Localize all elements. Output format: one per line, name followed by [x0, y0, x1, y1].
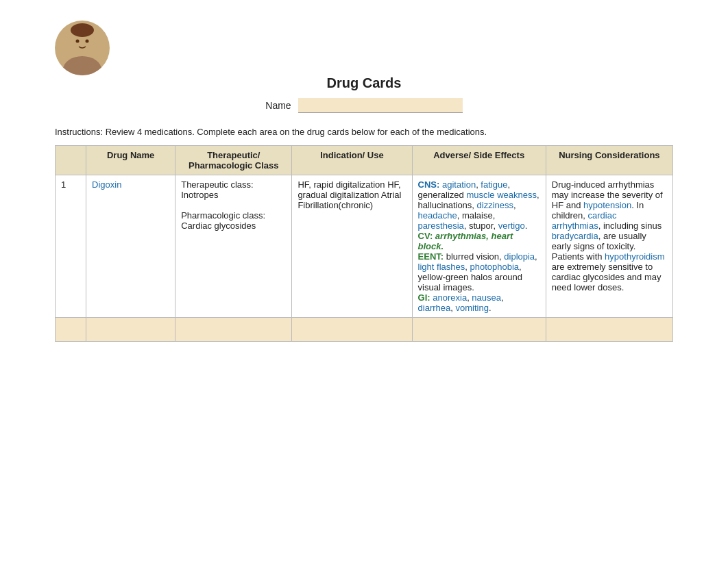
col-header-nursing: Nursing Considerations: [546, 146, 672, 175]
svg-point-3: [76, 40, 80, 43]
gi-label: GI:: [418, 292, 430, 303]
cns-paresthesia: paresthesia: [418, 221, 464, 231]
page-title: Drug Cards: [0, 75, 728, 91]
gi-diarrhea: diarrhea: [418, 303, 451, 313]
eent-light-flashes: light flashes: [418, 262, 465, 272]
therapeutic-class-text: Therapeutic class: Inotropes: [181, 179, 254, 200]
drug-table: Drug Name Therapeutic/ Pharmacologic Cla…: [55, 145, 673, 342]
row2-adverse: [412, 318, 546, 342]
cv-items: arrhythmias, heart block.: [418, 231, 513, 251]
row2-indication: [292, 318, 412, 342]
row-adverse: CNS: agitation, fatigue, generalized mus…: [412, 175, 546, 318]
name-label: Name: [265, 100, 291, 111]
row2-drug: [86, 318, 175, 342]
gi-vomiting: vomiting: [456, 303, 489, 313]
name-row: Name: [0, 98, 728, 113]
svg-point-1: [71, 23, 94, 37]
table-row-2: [56, 318, 673, 342]
col-header-num: [56, 146, 86, 175]
nursing-hypothyroidism: hypothyroidism: [605, 251, 664, 262]
cv-label: CV:: [418, 231, 433, 241]
nursing-cardiac-arrhythmias: cardiac arrhythmias: [552, 210, 617, 231]
avatar-container: [55, 21, 110, 75]
eent-diplopia: diplopia: [504, 251, 535, 262]
table-header-row: Drug Name Therapeutic/ Pharmacologic Cla…: [56, 146, 673, 175]
pharmacologic-class-value: Cardiac glycosides: [181, 221, 256, 231]
row2-therapeutic: [175, 318, 292, 342]
table-row: 1 Digoxin Therapeutic class: Inotropes P…: [56, 175, 673, 318]
row-indication: HF, rapid digitalization HF, gradual dig…: [292, 175, 412, 318]
col-header-drug: Drug Name: [86, 146, 175, 175]
col-header-adverse: Adverse/ Side Effects: [412, 146, 546, 175]
gi-nausea: nausea: [472, 292, 501, 303]
cns-dizziness: dizziness: [477, 200, 513, 210]
nursing-bradycardia: bradycardia: [552, 231, 598, 241]
cns-fatigue: fatigue: [481, 179, 507, 190]
cns-vertigo: vertigo: [498, 221, 525, 231]
row-num: 1: [56, 175, 86, 318]
name-input[interactable]: [298, 98, 463, 113]
col-header-indication: Indication/ Use: [292, 146, 412, 175]
row-drug-name: Digoxin: [86, 175, 175, 318]
eent-label: EENT:: [418, 251, 444, 262]
col-header-therapeutic: Therapeutic/ Pharmacologic Class: [175, 146, 292, 175]
nursing-hypotension: hypotension: [583, 200, 631, 210]
pharmacologic-class-label: Pharmacologic class:: [181, 210, 265, 221]
svg-point-4: [86, 40, 89, 43]
row2-num: [56, 318, 86, 342]
row-therapeutic: Therapeutic class: Inotropes Pharmacolog…: [175, 175, 292, 318]
cns-headache: headache: [418, 210, 457, 221]
eent-photophobia: photophobia: [470, 262, 519, 272]
avatar: [55, 21, 110, 75]
instructions-text: Instructions: Review 4 medications. Comp…: [55, 127, 673, 137]
cns-muscle-weakness: muscle weakness: [466, 190, 537, 200]
cns-agitation: agitation: [442, 179, 476, 190]
row2-nursing: [546, 318, 672, 342]
gi-anorexia: anorexia: [433, 292, 467, 303]
drug-name-link[interactable]: Digoxin: [92, 179, 121, 190]
svg-point-2: [63, 56, 101, 75]
indication-text: HF, rapid digitalization HF, gradual dig…: [298, 179, 401, 210]
cns-label: CNS:: [418, 179, 440, 190]
row-nursing: Drug-induced arrhythmias may increase th…: [546, 175, 672, 318]
